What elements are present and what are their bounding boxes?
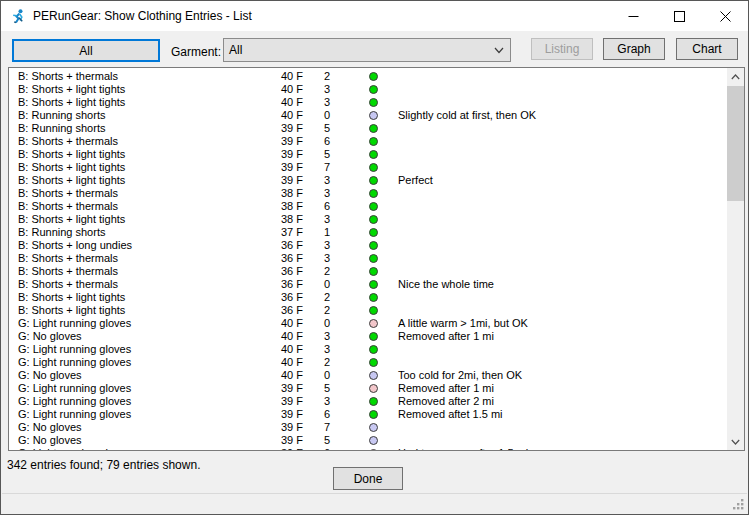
entry-garment: G: Light running gloves xyxy=(18,447,131,450)
entry-garment: G: Light running gloves xyxy=(18,317,131,330)
list-row[interactable]: B: Shorts + light tights 39 F 3 Perfect xyxy=(9,174,726,187)
list-row[interactable]: G: No gloves 40 F 0 Too cold for 2mi, th… xyxy=(9,369,726,382)
status-dot xyxy=(369,267,378,276)
entry-comment: Too cold for 2mi, then OK xyxy=(398,369,522,382)
status-dot xyxy=(369,150,378,159)
list-row[interactable]: G: Light running gloves 40 F 3 xyxy=(9,343,726,356)
entry-count: 0 xyxy=(324,317,330,330)
entry-temperature: 36 F xyxy=(281,239,303,252)
entry-comment: Removed aftet 1.5 mi xyxy=(398,408,503,421)
entry-temperature: 40 F xyxy=(281,317,303,330)
status-dot xyxy=(369,332,378,341)
maximize-button[interactable] xyxy=(656,1,702,31)
list-row[interactable]: G: No gloves 39 F 7 xyxy=(9,421,726,434)
list-row[interactable]: B: Running shorts 40 F 0 Slightly cold a… xyxy=(9,109,726,122)
entry-temperature: 36 F xyxy=(281,265,303,278)
list-row[interactable]: B: Running shorts 37 F 1 xyxy=(9,226,726,239)
entry-temperature: 40 F xyxy=(281,96,303,109)
list-row[interactable]: B: Shorts + thermals 38 F 3 xyxy=(9,187,726,200)
status-dot xyxy=(369,228,378,237)
scroll-up-button[interactable] xyxy=(727,68,744,85)
resize-grip[interactable] xyxy=(733,499,744,510)
list-row[interactable]: B: Shorts + thermals 40 F 2 xyxy=(9,70,726,83)
entry-temperature: 36 F xyxy=(281,291,303,304)
minimize-button[interactable] xyxy=(610,1,656,31)
app-window: PERunGear: Show Clothing Entries - List … xyxy=(0,0,749,515)
entry-temperature: 40 F xyxy=(281,83,303,96)
entry-garment: B: Shorts + long undies xyxy=(18,239,132,252)
entry-count: 6 xyxy=(324,135,330,148)
list-row[interactable]: B: Shorts + light tights 36 F 2 xyxy=(9,304,726,317)
entry-temperature: 39 F xyxy=(281,174,303,187)
status-dot xyxy=(369,72,378,81)
list-row[interactable]: B: Shorts + light tights 40 F 3 xyxy=(9,83,726,96)
entry-count: 0 xyxy=(324,109,330,122)
list-row[interactable]: G: Light running gloves 39 F 6 Removed a… xyxy=(9,408,726,421)
status-dot xyxy=(369,124,378,133)
status-dot xyxy=(369,371,378,380)
entry-garment: G: Light running gloves xyxy=(18,343,131,356)
entry-garment: B: Shorts + thermals xyxy=(18,252,118,265)
status-text: 342 entries found; 79 entries shown. xyxy=(7,458,200,472)
scroll-thumb[interactable] xyxy=(727,86,744,201)
window-title: PERunGear: Show Clothing Entries - List xyxy=(33,9,252,23)
entry-temperature: 38 F xyxy=(281,187,303,200)
list-row[interactable]: B: Shorts + thermals 39 F 6 xyxy=(9,135,726,148)
graph-button[interactable]: Graph xyxy=(603,38,665,60)
status-dot xyxy=(369,202,378,211)
entry-count: 2 xyxy=(324,356,330,369)
entry-garment: B: Shorts + light tights xyxy=(18,213,125,226)
chevron-down-icon xyxy=(494,47,504,54)
entry-temperature: 38 F xyxy=(281,213,303,226)
list-row[interactable]: B: Shorts + light tights 40 F 3 xyxy=(9,96,726,109)
entry-comment: A little warm > 1mi, but OK xyxy=(398,317,528,330)
entry-count: 3 xyxy=(324,174,330,187)
list-row[interactable]: G: Light running gloves 39 F 3 Removed a… xyxy=(9,395,726,408)
scrollbar[interactable] xyxy=(727,68,744,450)
status-dot xyxy=(369,293,378,302)
entry-temperature: 40 F xyxy=(281,330,303,343)
list-row[interactable]: B: Shorts + light tights 38 F 3 xyxy=(9,213,726,226)
entry-garment: B: Shorts + light tights xyxy=(18,161,125,174)
entry-garment: B: Shorts + light tights xyxy=(18,304,125,317)
scroll-down-button[interactable] xyxy=(727,433,744,450)
close-button[interactable] xyxy=(702,1,748,31)
status-dot xyxy=(369,306,378,315)
list-row[interactable]: G: Light running gloves 39 F 5 Removed a… xyxy=(9,382,726,395)
statusbar-divider xyxy=(2,493,747,494)
entry-count: 3 xyxy=(324,187,330,200)
list-row[interactable]: B: Shorts + long undies 36 F 3 xyxy=(9,239,726,252)
list-row[interactable]: B: Shorts + thermals 38 F 6 xyxy=(9,200,726,213)
entry-count: 7 xyxy=(324,161,330,174)
list-row[interactable]: B: Shorts + light tights 39 F 7 xyxy=(9,161,726,174)
list-row[interactable]: G: No gloves 40 F 3 Removed after 1 mi xyxy=(9,330,726,343)
entry-count: 0 xyxy=(324,369,330,382)
entry-count: 6 xyxy=(324,408,330,421)
entry-comment: Removed after 2 mi xyxy=(398,395,494,408)
list-row[interactable]: B: Shorts + thermals 36 F 2 xyxy=(9,265,726,278)
all-filter-button[interactable]: All xyxy=(12,39,160,62)
entry-count: 0 xyxy=(324,278,330,291)
list-row[interactable]: G: Light running gloves 40 F 0 A little … xyxy=(9,317,726,330)
entry-comment: Perfect xyxy=(398,174,433,187)
list-row[interactable]: B: Shorts + light tights 36 F 2 xyxy=(9,291,726,304)
garment-selected-value: All xyxy=(229,43,242,57)
done-button[interactable]: Done xyxy=(333,467,403,490)
entry-garment: B: Running shorts xyxy=(18,226,105,239)
entry-count: 2 xyxy=(324,265,330,278)
list-row[interactable]: G: No gloves 39 F 5 xyxy=(9,434,726,447)
garment-select[interactable]: All xyxy=(223,38,511,62)
list-row[interactable]: G: Light running gloves 39 F 6 Had to re… xyxy=(9,447,726,450)
entry-temperature: 39 F xyxy=(281,421,303,434)
list-row[interactable]: B: Shorts + thermals 36 F 3 xyxy=(9,252,726,265)
list-row[interactable]: B: Running shorts 39 F 5 xyxy=(9,122,726,135)
entry-count: 3 xyxy=(324,330,330,343)
list-row[interactable]: B: Shorts + thermals 36 F 0 Nice the who… xyxy=(9,278,726,291)
listing-button: Listing xyxy=(531,38,593,60)
chart-button[interactable]: Chart xyxy=(676,38,738,60)
entry-count: 2 xyxy=(324,70,330,83)
list-row[interactable]: G: Light running gloves 40 F 2 xyxy=(9,356,726,369)
garment-label: Garment: xyxy=(171,45,221,59)
list-row[interactable]: B: Shorts + light tights 39 F 5 xyxy=(9,148,726,161)
entry-temperature: 40 F xyxy=(281,109,303,122)
